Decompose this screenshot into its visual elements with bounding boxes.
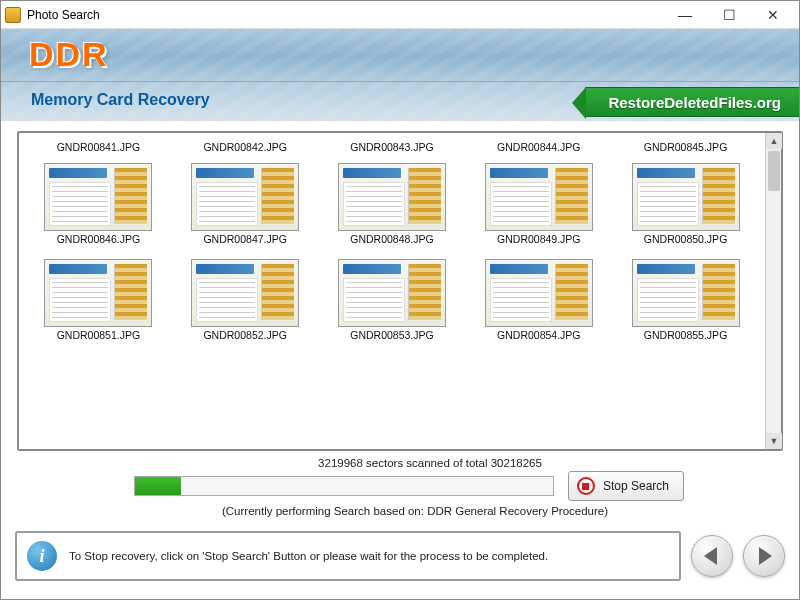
file-name[interactable]: GNDR00847.JPG xyxy=(180,233,310,245)
progress-area: 3219968 sectors scanned of total 3021826… xyxy=(17,457,783,525)
maximize-button[interactable]: ☐ xyxy=(707,1,751,29)
scan-status-text: 3219968 sectors scanned of total 3021826… xyxy=(17,457,783,469)
file-name[interactable]: GNDR00846.JPG xyxy=(33,233,163,245)
file-name[interactable]: GNDR00854.JPG xyxy=(474,329,604,341)
file-name[interactable]: GNDR00851.JPG xyxy=(33,329,163,341)
next-button[interactable] xyxy=(743,535,785,577)
chevron-right-icon xyxy=(759,547,772,565)
thumbnail[interactable] xyxy=(191,259,299,327)
file-name[interactable]: GNDR00841.JPG xyxy=(33,141,163,153)
window-controls: — ☐ ✕ xyxy=(663,1,795,29)
file-name[interactable]: GNDR00845.JPG xyxy=(621,141,751,153)
thumbnail[interactable] xyxy=(632,163,740,231)
file-name[interactable]: GNDR00843.JPG xyxy=(327,141,457,153)
chevron-left-icon xyxy=(704,547,717,565)
file-name[interactable]: GNDR00853.JPG xyxy=(327,329,457,341)
thumbnail[interactable] xyxy=(485,163,593,231)
website-label: RestoreDeletedFiles.org xyxy=(608,94,781,111)
logo: DDR xyxy=(29,35,109,74)
app-subtitle: Memory Card Recovery xyxy=(31,91,210,109)
scroll-up-icon[interactable]: ▲ xyxy=(766,133,782,149)
row-1-labels: GNDR00841.JPG GNDR00842.JPG GNDR00843.JP… xyxy=(25,141,759,153)
thumbnail[interactable] xyxy=(191,163,299,231)
file-name[interactable]: GNDR00848.JPG xyxy=(327,233,457,245)
prev-button[interactable] xyxy=(691,535,733,577)
app-icon xyxy=(5,7,21,23)
file-name[interactable]: GNDR00850.JPG xyxy=(621,233,751,245)
window-title: Photo Search xyxy=(27,8,100,22)
search-basis-text: (Currently performing Search based on: D… xyxy=(17,505,783,517)
thumbnail[interactable] xyxy=(632,259,740,327)
progress-fill xyxy=(135,477,181,495)
minimize-button[interactable]: — xyxy=(663,1,707,29)
file-name[interactable]: GNDR00844.JPG xyxy=(474,141,604,153)
thumbnail-panel: GNDR00841.JPG GNDR00842.JPG GNDR00843.JP… xyxy=(17,131,783,451)
row-2-thumbs: GNDR00846.JPG GNDR00847.JPG GNDR00848.JP… xyxy=(25,159,759,245)
main-area: GNDR00841.JPG GNDR00842.JPG GNDR00843.JP… xyxy=(1,121,799,531)
info-box: i To Stop recovery, click on 'Stop Searc… xyxy=(15,531,681,581)
stop-label: Stop Search xyxy=(603,479,669,493)
stop-search-button[interactable]: Stop Search xyxy=(568,471,684,501)
row-3-thumbs: GNDR00851.JPG GNDR00852.JPG GNDR00853.JP… xyxy=(25,255,759,341)
progress-row: Stop Search xyxy=(17,471,783,501)
file-name[interactable]: GNDR00852.JPG xyxy=(180,329,310,341)
bottom-bar: i To Stop recovery, click on 'Stop Searc… xyxy=(1,531,799,589)
file-name[interactable]: GNDR00849.JPG xyxy=(474,233,604,245)
file-name[interactable]: GNDR00855.JPG xyxy=(621,329,751,341)
website-ribbon[interactable]: RestoreDeletedFiles.org xyxy=(585,87,799,117)
stop-icon xyxy=(577,477,595,495)
info-text: To Stop recovery, click on 'Stop Search'… xyxy=(69,550,548,562)
scroll-down-icon[interactable]: ▼ xyxy=(766,433,782,449)
thumbnail[interactable] xyxy=(338,163,446,231)
scroll-thumb[interactable] xyxy=(768,151,780,191)
vertical-scrollbar[interactable]: ▲ ▼ xyxy=(765,133,781,449)
thumbnail[interactable] xyxy=(44,163,152,231)
thumbnail[interactable] xyxy=(44,259,152,327)
progress-bar xyxy=(134,476,554,496)
info-icon: i xyxy=(27,541,57,571)
file-name[interactable]: GNDR00842.JPG xyxy=(180,141,310,153)
titlebar: Photo Search — ☐ ✕ xyxy=(1,1,799,29)
header-banner: DDR Memory Card Recovery RestoreDeletedF… xyxy=(1,29,799,121)
thumbnail-grid: GNDR00841.JPG GNDR00842.JPG GNDR00843.JP… xyxy=(19,133,765,449)
thumbnail[interactable] xyxy=(485,259,593,327)
thumbnail[interactable] xyxy=(338,259,446,327)
close-button[interactable]: ✕ xyxy=(751,1,795,29)
